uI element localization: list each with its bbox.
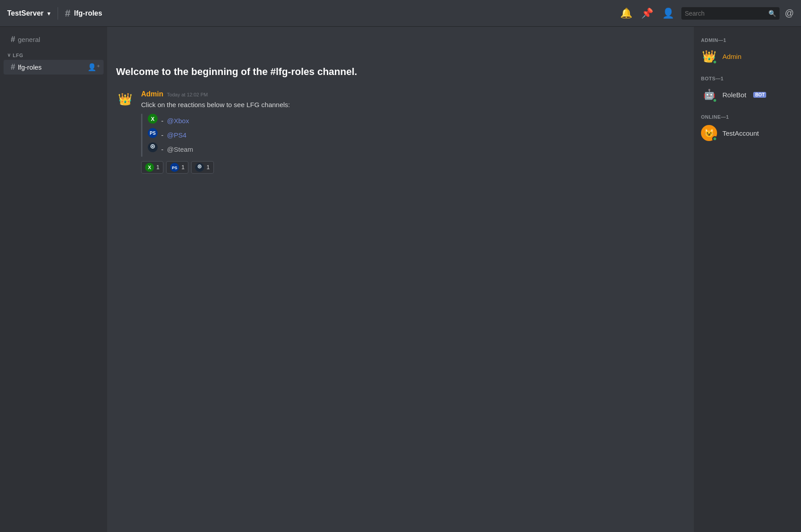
sidebar-item-label: lfg-roles (18, 63, 42, 71)
welcome-text-suffix: channel. (317, 66, 357, 77)
search-input[interactable] (685, 10, 766, 17)
avatar: 👑 (116, 90, 134, 108)
xbox-emoji: X (148, 114, 158, 128)
admin-status-dot (712, 59, 718, 65)
message: 👑 Admin Today at 12:02 PM Click on the r… (116, 90, 685, 174)
pin-icon[interactable]: 📌 (641, 8, 653, 19)
members-icon[interactable]: 👤 (662, 8, 674, 19)
platform-list: X - @Xbox PS (141, 114, 685, 157)
bell-icon[interactable]: 🔔 (620, 8, 632, 19)
xbox-reaction[interactable]: X 1 (141, 161, 163, 174)
hash-icon: # (11, 35, 15, 44)
rolebot-avatar: 🤖 (701, 87, 717, 103)
steam-reaction-count: 1 (206, 164, 209, 170)
message-text: Click on the reactions below to see LFG … (141, 100, 685, 110)
ps4-reaction-count: 1 (181, 164, 184, 170)
steam-mention: @Steam (167, 143, 193, 156)
main-content-wrapper: Welcome to the beginning of the #lfg-rol… (107, 27, 801, 532)
message-author: Admin (141, 90, 163, 98)
search-icon: 🔍 (768, 10, 776, 17)
steam-emoji (148, 142, 158, 157)
admin-avatar: 👑 (701, 48, 717, 64)
server-name[interactable]: TestServer (7, 9, 44, 17)
list-item: X - @Xbox (148, 114, 685, 128)
header-divider (58, 7, 58, 20)
xbox-reaction-count: 1 (156, 164, 159, 170)
channel-header: # lfg-roles (65, 8, 620, 19)
svg-text:PS: PS (150, 131, 156, 136)
header-icons: 🔔 📌 👤 (620, 8, 674, 19)
members-group-admin: ADMIN—1 (697, 34, 797, 46)
category-chevron-icon: ∨ (7, 52, 11, 58)
channel-hash-icon: # (65, 8, 71, 19)
reactions: X 1 PS 1 (141, 161, 685, 174)
list-item: PS - @PS4 (148, 128, 685, 142)
testaccount-avatar: 😺 (701, 125, 717, 141)
members-group-online: ONLINE—1 (697, 111, 797, 122)
ps4-mention: @PS4 (167, 129, 187, 142)
welcome-text: Welcome to the beginning of the #lfg-rol… (116, 66, 685, 78)
svg-text:X: X (148, 165, 151, 170)
member-item-testaccount[interactable]: 😺 TestAccount (697, 122, 797, 144)
list-item: - @Steam (148, 142, 685, 157)
crown-emoji: 👑 (118, 92, 132, 106)
svg-text:X: X (151, 116, 154, 122)
svg-point-13 (199, 166, 201, 167)
welcome-text-prefix: Welcome to the beginning of the (116, 66, 270, 77)
messages-area: Welcome to the beginning of the #lfg-rol… (107, 27, 694, 532)
steam-reaction[interactable]: 1 (191, 161, 213, 174)
category-lfg[interactable]: ∨ LFG (0, 47, 107, 60)
testaccount-status-dot (712, 136, 718, 141)
channel-title: lfg-roles (74, 9, 102, 17)
members-sidebar: ADMIN—1 👑 Admin BOTS—1 🤖 RoleBot BOT ONL (694, 27, 801, 532)
xbox-mention: @Xbox (167, 114, 189, 128)
add-member-icon[interactable]: 👤⁺ (88, 63, 100, 71)
sidebar-item-label: general (18, 36, 40, 43)
svg-point-11 (195, 163, 204, 172)
search-box[interactable]: 🔍 (681, 7, 780, 20)
message-header: Admin Today at 12:02 PM (141, 90, 685, 98)
sidebar: # general ∨ LFG # lfg-roles 👤⁺ (0, 27, 107, 532)
at-icon[interactable]: @ (785, 8, 794, 18)
discord-face-icon: 😺 (704, 128, 714, 138)
dash: - (161, 143, 163, 156)
category-label: LFG (13, 53, 24, 58)
bot-badge: BOT (753, 92, 766, 98)
ps4-reaction[interactable]: PS 1 (166, 161, 188, 174)
channel-welcome: Welcome to the beginning of the #lfg-rol… (116, 62, 685, 79)
sidebar-item-lfg-roles[interactable]: # lfg-roles 👤⁺ (4, 60, 104, 75)
member-name-admin: Admin (722, 53, 742, 60)
main-content: Welcome to the beginning of the #lfg-rol… (107, 27, 694, 532)
members-group-bots: BOTS—1 (697, 72, 797, 84)
top-header: TestServer ▾ # lfg-roles 🔔 📌 👤 🔍 @ (0, 0, 801, 27)
server-dropdown-icon[interactable]: ▾ (47, 10, 50, 17)
sidebar-item-general[interactable]: # general (4, 32, 104, 47)
member-item-admin[interactable]: 👑 Admin (697, 46, 797, 67)
rolebot-status-dot (712, 98, 718, 103)
svg-text:PS: PS (172, 166, 177, 170)
member-name-rolebot: RoleBot (722, 91, 746, 99)
dash: - (161, 114, 163, 128)
hash-icon: # (11, 62, 15, 72)
message-timestamp: Today at 12:02 PM (167, 92, 208, 97)
member-name-testaccount: TestAccount (722, 129, 759, 137)
welcome-channel-name: #lfg-roles (270, 66, 314, 77)
svg-point-6 (152, 145, 154, 147)
dash: - (161, 129, 163, 142)
member-item-rolebot[interactable]: 🤖 RoleBot BOT (697, 84, 797, 105)
ps4-emoji: PS (148, 128, 158, 142)
main-layout: # general ∨ LFG # lfg-roles 👤⁺ (0, 27, 801, 532)
message-content: Admin Today at 12:02 PM Click on the rea… (141, 90, 685, 174)
